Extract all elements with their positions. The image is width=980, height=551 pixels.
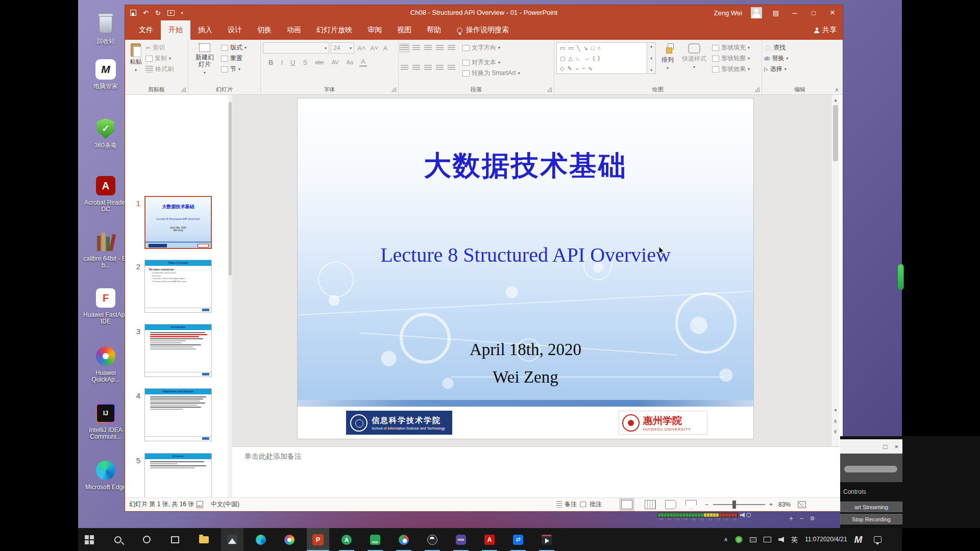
collapse-ribbon-button[interactable]: ∧: [835, 87, 839, 92]
language-indicator[interactable]: 英: [791, 535, 798, 544]
grow-font-button[interactable]: A˄: [356, 44, 367, 52]
align-left-button[interactable]: [401, 65, 408, 71]
copy-button[interactable]: 复制▾: [145, 53, 174, 64]
mixer-speaker-icon[interactable]: [740, 513, 745, 517]
section-button[interactable]: 节▾: [221, 64, 247, 74]
taskbar-search-button[interactable]: [107, 528, 129, 551]
ribbon-display-options-button[interactable]: ▤: [771, 9, 781, 17]
dialog-launcher-font[interactable]: [391, 87, 396, 92]
canvas-scrollbar[interactable]: ▲ ▼ ≪ ≫: [831, 95, 839, 446]
mixer-remove-button[interactable]: −: [799, 514, 803, 522]
tray-360-icon[interactable]: [735, 536, 743, 543]
decrease-indent-button[interactable]: [424, 45, 432, 51]
zoom-level[interactable]: 83%: [778, 498, 791, 511]
zoom-slider[interactable]: [713, 498, 765, 511]
quick-styles-button[interactable]: 快速样式▾: [679, 42, 709, 72]
screen-tool-button[interactable]: [221, 528, 243, 551]
thumbnail-slide-4[interactable]: DataFrames and Datasets: [144, 388, 212, 441]
change-case-button[interactable]: Aa: [345, 59, 355, 65]
tab-home[interactable]: 开始: [161, 20, 190, 40]
scrollbar-thumb[interactable]: [833, 105, 838, 161]
task-view-button[interactable]: [164, 528, 186, 551]
close-button[interactable]: ×: [827, 8, 838, 18]
paste-button[interactable]: 粘贴▾: [127, 42, 144, 75]
shapes-gallery[interactable]: ▭▭╲↘□○ ▢△∟→{} ◇✎⌣~∿: [556, 42, 647, 74]
tab-insert[interactable]: 插入: [190, 20, 220, 40]
foxit-pdf-button[interactable]: PDF: [364, 528, 386, 551]
screen-edge-widget[interactable]: [897, 264, 904, 290]
font-name-combobox[interactable]: ▾: [263, 42, 329, 54]
share-button[interactable]: 共享: [814, 20, 837, 40]
slide-sorter-view-button[interactable]: [645, 498, 656, 511]
slide-author[interactable]: Wei Zeng: [298, 368, 753, 387]
slide-editor[interactable]: 大数据技术基础 Lecture 8 Structured API Overvie…: [298, 98, 753, 439]
tray-expand-button[interactable]: ∧: [724, 536, 728, 543]
align-text-button[interactable]: 对齐文本▾: [462, 57, 520, 68]
thumbnail-scrollbar[interactable]: [228, 95, 232, 497]
reading-view-button[interactable]: [665, 498, 676, 511]
increase-indent-button[interactable]: [436, 45, 444, 51]
desktop-icon-recycle-bin[interactable]: 回收站: [81, 12, 130, 45]
recorder-close-icon[interactable]: ×: [894, 443, 898, 450]
text-direction-button[interactable]: 文字方向▾: [462, 42, 500, 53]
arrange-button[interactable]: 排列▾: [659, 42, 676, 73]
language-status[interactable]: 中文(中国): [211, 498, 239, 511]
obs-studio-button[interactable]: [421, 528, 444, 551]
find-button[interactable]: 查找: [764, 42, 836, 53]
tray-network-icon[interactable]: [764, 537, 771, 542]
recorder-slider[interactable]: [844, 466, 897, 472]
shape-effects-button[interactable]: 形状效果▾: [712, 64, 750, 74]
cut-button[interactable]: ✂剪切: [145, 42, 174, 53]
clear-formatting-button[interactable]: A: [382, 44, 389, 52]
desktop-icon-pc-manager[interactable]: M 电脑管家: [81, 57, 130, 90]
nox-player-button[interactable]: nox: [450, 528, 472, 551]
reset-button[interactable]: 重置: [221, 53, 247, 64]
tab-design[interactable]: 设计: [220, 20, 250, 40]
stop-recording-button[interactable]: Stop Recording: [840, 514, 902, 524]
android-studio-button[interactable]: A: [335, 528, 358, 551]
action-center-button[interactable]: [874, 536, 881, 543]
thumbnail-slide-5[interactable]: Schemas: [144, 453, 212, 497]
columns-button[interactable]: [448, 65, 455, 71]
bullets-button[interactable]: [401, 45, 408, 51]
tray-volume-icon[interactable]: [778, 537, 784, 542]
slide-date[interactable]: April 18th, 2020: [298, 340, 753, 359]
replace-button[interactable]: ab替换▾: [764, 53, 836, 64]
slide-counter[interactable]: 幻灯片 第 1 张, 共 16 张: [129, 498, 194, 511]
desktop-icon-acrobat[interactable]: A Acrobat Reader DC: [81, 173, 130, 213]
thumbnail-slide-1[interactable]: 大数据技术基础 Lecture 8 Structured API Overvie…: [144, 196, 212, 249]
fit-slide-button[interactable]: [798, 498, 806, 511]
powerpoint-taskbar-button[interactable]: P: [307, 528, 329, 551]
tab-transitions[interactable]: 切换: [250, 20, 279, 40]
zoom-out-button[interactable]: −: [705, 498, 708, 511]
tab-view[interactable]: 视图: [389, 20, 419, 40]
tab-animations[interactable]: 动画: [279, 20, 309, 40]
maximize-button[interactable]: □: [808, 9, 819, 17]
convert-smartart-button[interactable]: 转换为 SmartArt▾: [462, 68, 520, 79]
text-shadow-button[interactable]: S: [301, 59, 309, 66]
desktop-icon-intellij[interactable]: IJ IntelliJ IDEA Communi...: [81, 401, 130, 440]
teamviewer-button[interactable]: ⇄: [507, 528, 529, 551]
shapes-gallery-scroll[interactable]: ▴▾▾: [647, 42, 656, 74]
mixer-add-button[interactable]: +: [789, 514, 793, 522]
select-button[interactable]: ▷选择▾: [764, 64, 836, 74]
tell-me-search[interactable]: 操作说明搜索: [457, 20, 509, 40]
scroll-down-button[interactable]: ▼: [831, 406, 840, 414]
account-name[interactable]: Zeng Wei: [714, 9, 742, 17]
desktop-icon-calibre[interactable]: calibre 64bit - E-b...: [81, 230, 130, 269]
slide-subtitle[interactable]: Lecture 8 Structured API Overview: [298, 243, 753, 267]
shrink-font-button[interactable]: A˅: [369, 44, 380, 52]
slideshow-view-button[interactable]: [685, 498, 697, 511]
slide-title[interactable]: 大数据技术基础: [298, 147, 753, 185]
numbering-button[interactable]: [412, 45, 420, 51]
tab-slideshow[interactable]: 幻灯片放映: [309, 20, 360, 40]
dialog-launcher-clipboard[interactable]: [181, 87, 186, 92]
avatar[interactable]: [751, 7, 762, 18]
start-button[interactable]: [78, 528, 101, 551]
mixer-settings-icon[interactable]: [746, 513, 751, 517]
previous-slide-button[interactable]: ≪: [831, 417, 840, 425]
notes-pane[interactable]: 单击此处添加备注: [232, 446, 842, 497]
edge-taskbar-button[interactable]: [250, 528, 272, 551]
tab-help[interactable]: 帮助: [419, 20, 449, 40]
desktop-icon-360-antivirus[interactable]: ✓ 360杀毒: [81, 116, 130, 149]
